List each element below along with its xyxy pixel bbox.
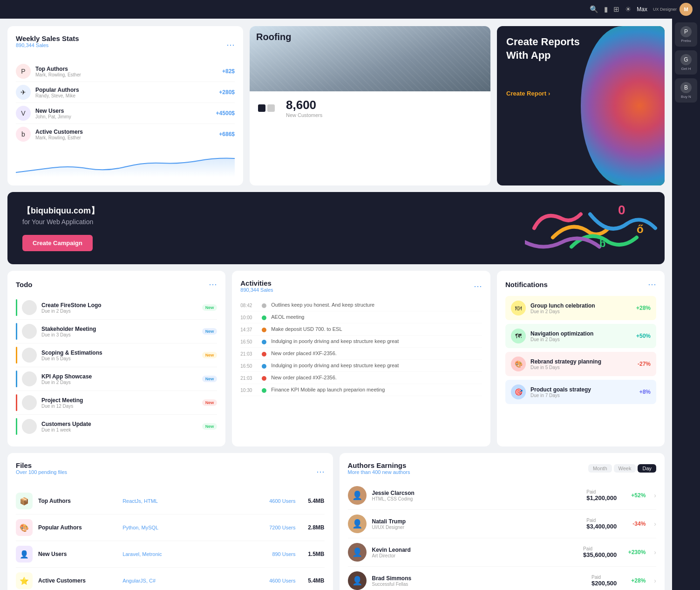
prebu-label: Prebu	[681, 39, 691, 43]
notification-value: +50%	[636, 333, 651, 339]
chevron-right-icon[interactable]: ›	[654, 577, 656, 584]
todo-bar	[16, 323, 17, 340]
brightness-icon[interactable]: ☀	[625, 5, 631, 14]
roofing-card: Roofing 8,600 New Customers	[250, 26, 490, 185]
topbar: 🔍 ▮ ⊞ ☀ Max UX Designer M	[0, 0, 700, 19]
sales-item-icon: ✈	[16, 85, 31, 100]
file-icon: 🎨	[16, 519, 33, 536]
author-role: HTML, CSS Coding	[372, 496, 581, 501]
notifications-title: Notifications	[505, 281, 548, 288]
row-1: Weekly Sales Stats 890,344 Sales ⋯ P Top…	[7, 26, 665, 185]
period-week-button[interactable]: Week	[614, 464, 636, 473]
todo-bar	[16, 299, 17, 316]
activity-time: 10:30	[240, 387, 257, 393]
todo-avatar	[22, 300, 37, 315]
roofing-title: Roofing	[256, 32, 292, 42]
file-item: 🎨 Popular Authors Python, MySQL 7200 Use…	[16, 515, 325, 541]
todo-avatar	[22, 419, 37, 434]
author-avatar: 👤	[348, 543, 367, 562]
right-panel-prebu[interactable]: P Prebu	[675, 22, 697, 47]
right-panel-geth[interactable]: G Get H	[675, 50, 697, 75]
file-users: 4600 Users	[227, 578, 296, 583]
create-report-link[interactable]: Create Report ›	[506, 90, 655, 97]
file-name: New Users	[38, 551, 117, 557]
notification-value: -27%	[638, 361, 651, 367]
notification-name: Navigation optimization	[530, 330, 632, 337]
notification-info: Product goals strategy Due in 7 Days	[530, 386, 635, 398]
notification-value: +28%	[636, 305, 651, 311]
todo-item-due: Due in 1 week	[41, 427, 197, 432]
author-info: Brad Simmons Successful Fellas	[372, 575, 586, 587]
reports-content: Create ReportsWith App Create Report ›	[497, 26, 665, 106]
user-role: UX Designer	[653, 7, 677, 12]
todo-item-badge: New	[202, 376, 217, 382]
notification-due: Due in 2 Days	[530, 309, 632, 314]
avatar[interactable]: M	[680, 3, 693, 16]
todo-bar	[16, 418, 17, 435]
paid-amount: $1,200,000	[586, 494, 617, 501]
sales-item-desc: John, Pat, Jimmy	[35, 114, 211, 119]
activity-dot	[262, 352, 266, 357]
notification-item: 🎯 Product goals strategy Due in 7 Days +…	[505, 380, 656, 404]
period-month-button[interactable]: Month	[588, 464, 612, 473]
activity-item: 16:50 Indulging in poorly driving and ke…	[240, 360, 482, 372]
activity-item: 14:37 Make deposit USD 700. to ESL	[240, 323, 482, 336]
file-users: 4600 Users	[227, 498, 296, 504]
todo-item-name: Stakeholder Meeting	[41, 326, 197, 332]
files-title: Files	[16, 461, 67, 469]
activity-text: Make deposit USD 700. to ESL	[271, 326, 482, 332]
notification-info: Navigation optimization Due in 2 Days	[530, 330, 632, 342]
author-name: Brad Simmons	[372, 575, 586, 582]
todo-bar	[16, 347, 17, 364]
sales-header: Weekly Sales Stats 890,344 Sales ⋯	[16, 34, 235, 55]
activity-dot	[262, 340, 266, 344]
todo-avatar	[22, 348, 37, 363]
notification-due: Due in 7 Days	[530, 393, 635, 398]
activity-item: 16:50 Indulging in poorly driving and ke…	[240, 336, 482, 348]
notifications-dots-button[interactable]: ⋯	[648, 279, 656, 289]
author-name: Kevin Leonard	[372, 547, 578, 553]
paid-amount: $3,400,000	[586, 523, 617, 530]
user-name: Max	[637, 6, 647, 13]
sales-dots-button[interactable]: ⋯	[226, 40, 235, 50]
mini-squares	[258, 104, 275, 112]
todo-item-name: Scoping & Estimations	[41, 350, 197, 356]
files-dots-button[interactable]: ⋯	[316, 467, 325, 477]
sales-item-desc: Randy, Steve, Mike	[35, 93, 214, 98]
activity-text: New order placed #XF-2356.	[271, 375, 482, 380]
notification-due: Due in 2 Days	[530, 337, 632, 342]
author-role: Art Director	[372, 553, 578, 558]
author-avatar: 👤	[348, 515, 367, 533]
file-size: 2.8MB	[301, 524, 325, 531]
buyn-label: Buy N	[681, 95, 691, 99]
todo-items-list: Create FireStone Logo Due in 2 Days New …	[16, 296, 217, 438]
todo-info: Stakeholder Meeting Due in 3 Days	[41, 326, 197, 337]
author-info: Jessie Clarcson HTML, CSS Coding	[372, 490, 581, 501]
file-icon: 👤	[16, 546, 33, 563]
notification-item: 🍽 Group lunch celebration Due in 2 Days …	[505, 296, 656, 320]
file-tech: Python, MySQL	[122, 525, 221, 530]
activity-text: Finance KPI Mobile app launch preparion …	[271, 387, 482, 392]
activity-time: 21:03	[240, 375, 257, 381]
chevron-right-icon[interactable]: ›	[654, 549, 656, 556]
activities-dots-button[interactable]: ⋯	[474, 281, 482, 291]
files-subtitle: Over 100 pending files	[16, 469, 67, 475]
roofing-image-inner: Roofing	[250, 26, 490, 91]
activities-card: Activities 890,344 Sales ⋯ 08:42 Outline…	[232, 271, 490, 446]
chevron-right-icon[interactable]: ›	[654, 492, 656, 499]
chevron-right-icon[interactable]: ›	[654, 520, 656, 528]
author-role: UI/UX Designer	[372, 525, 581, 530]
period-day-button[interactable]: Day	[638, 464, 656, 473]
todo-item: KPI App Showcase Due in 2 Days New	[16, 367, 217, 391]
todo-dots-button[interactable]: ⋯	[209, 279, 217, 289]
author-role: Successful Fellas	[372, 582, 586, 587]
grid-icon[interactable]: ⊞	[613, 5, 619, 14]
file-tech: AngularJS, C#	[122, 578, 221, 583]
campaign-text: 【biqubiquu.com】 for Your Web Application…	[22, 205, 650, 251]
activity-text: AEOL meeting	[271, 314, 482, 320]
search-icon[interactable]: 🔍	[590, 5, 598, 14]
todo-item-badge: New	[202, 399, 217, 406]
right-panel-buyn[interactable]: B Buy N	[675, 78, 697, 103]
sales-item-value: +686$	[219, 131, 235, 137]
create-campaign-button[interactable]: Create Campaign	[22, 235, 93, 251]
